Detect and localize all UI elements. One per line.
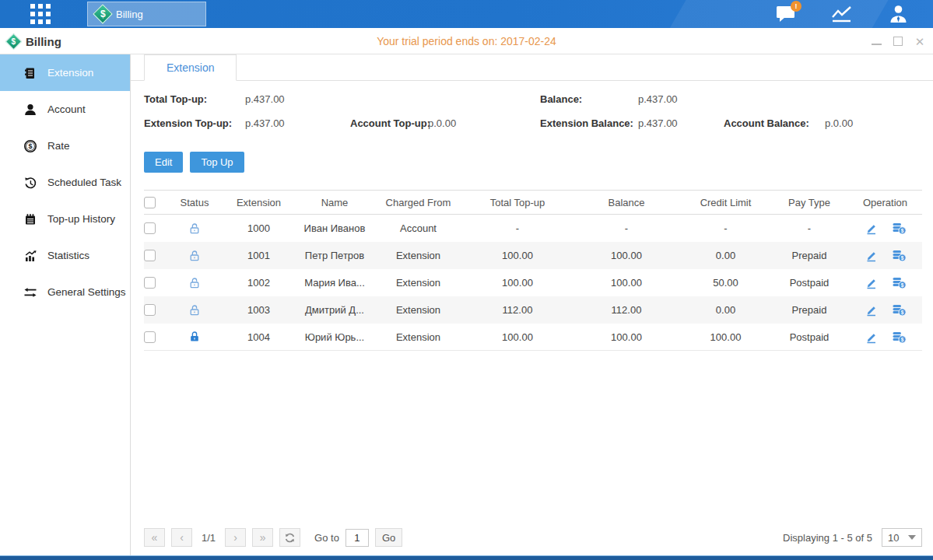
cell-credit-limit: -	[681, 222, 770, 234]
sidebar-item-extension[interactable]: Extension	[0, 54, 130, 91]
pagination-bar: « ‹ 1/1 › » Go to Go Displayi	[144, 527, 922, 548]
extension-icon	[23, 66, 37, 80]
cell-name: Юрий Юрь...	[296, 331, 374, 343]
performance-icon	[830, 5, 854, 24]
column-header-name: Name	[296, 197, 374, 208]
performance-button[interactable]	[829, 2, 855, 26]
cell-total-topup: 100.00	[463, 331, 572, 343]
svg-text:$: $	[900, 282, 903, 289]
billing-window-icon: $	[5, 33, 22, 49]
edit-row-icon[interactable]	[865, 303, 878, 317]
sidebar-item-topup-history[interactable]: Top-up History	[0, 201, 130, 237]
sidebar-item-account[interactable]: Account	[0, 91, 130, 128]
cell-extension: 1001	[222, 250, 296, 261]
top-up-button[interactable]: Top Up	[190, 152, 244, 173]
column-header-balance: Balance	[572, 197, 681, 208]
cell-credit-limit: 0.00	[681, 250, 770, 261]
next-page-button[interactable]: ›	[225, 528, 246, 547]
top-up-row-icon[interactable]: $	[892, 249, 907, 262]
close-button[interactable]: ✕	[914, 36, 925, 47]
edit-row-icon[interactable]	[865, 331, 878, 344]
edit-button[interactable]: Edit	[144, 152, 183, 173]
window-header: $ Billing Your trial period ends on: 201…	[0, 28, 933, 54]
top-up-row-icon[interactable]: $	[892, 331, 907, 344]
sidebar-item-general-settings[interactable]: General Settings	[0, 274, 130, 310]
cell-charged-from: Extension	[374, 277, 463, 289]
table-row: 1000 Иван Иванов Account - - - - $	[144, 215, 922, 242]
table-body: 1000 Иван Иванов Account - - - - $	[144, 215, 922, 351]
cell-balance: 100.00	[572, 250, 681, 261]
account-icon	[23, 103, 37, 117]
main-content: Extension Total Top-up: p.437.00 Balance…	[131, 54, 933, 555]
cell-balance: 112.00	[572, 304, 681, 316]
row-checkbox[interactable]	[144, 277, 156, 289]
sidebar-item-scheduled-task[interactable]: Scheduled Task	[0, 164, 130, 201]
table-row: 1004 Юрий Юрь... Extension 100.00 100.00…	[144, 324, 922, 351]
tab-extension[interactable]: Extension	[144, 54, 237, 81]
cell-pay-type: Prepaid	[770, 304, 848, 316]
sidebar-item-statistics[interactable]: Statistics	[0, 237, 130, 274]
prev-page-button[interactable]: ‹	[171, 528, 192, 547]
sidebar-item-rate[interactable]: $ Rate	[0, 128, 130, 164]
user-button[interactable]	[885, 2, 911, 26]
table-row: 1002 Мария Ива... Extension 100.00 100.0…	[144, 269, 922, 296]
app-grid-button[interactable]	[23, 2, 58, 26]
svg-text:$: $	[900, 255, 903, 261]
edit-row-icon[interactable]	[865, 222, 878, 235]
trial-notice: Your trial period ends on: 2017-02-24	[0, 28, 933, 54]
sidebar-item-label: Top-up History	[47, 213, 115, 225]
goto-page-input[interactable]	[345, 529, 369, 547]
row-checkbox[interactable]	[144, 222, 156, 234]
cell-name: Иван Иванов	[296, 222, 374, 234]
select-all-checkbox[interactable]	[144, 197, 156, 208]
chat-button[interactable]: !	[773, 2, 799, 26]
svg-text:$: $	[900, 336, 903, 342]
total-topup-value: p.437.00	[245, 93, 285, 105]
cell-total-topup: 100.00	[463, 277, 572, 289]
tab-label: Extension	[167, 61, 214, 74]
row-checkbox[interactable]	[144, 331, 156, 343]
maximize-button[interactable]	[893, 36, 903, 47]
pagination-controls: « ‹ 1/1 › » Go to Go	[144, 528, 402, 547]
page-size-select[interactable]: 10	[882, 528, 922, 547]
cell-extension: 1003	[222, 304, 296, 316]
go-button[interactable]: Go	[375, 528, 402, 547]
row-checkbox[interactable]	[144, 250, 156, 261]
cell-name: Мария Ива...	[296, 277, 374, 289]
extension-balance-value: p.437.00	[638, 117, 678, 129]
extension-table: Status Extension Name Charged From Total…	[144, 190, 922, 351]
top-up-row-icon[interactable]: $	[892, 222, 907, 235]
edit-row-icon[interactable]	[865, 276, 878, 289]
column-header-operation: Operation	[848, 197, 922, 208]
minimize-icon	[872, 38, 882, 45]
cell-name: Дмитрий Д...	[296, 304, 374, 316]
top-up-row-icon[interactable]: $	[892, 276, 907, 289]
taskbar-right-icons: !	[773, 0, 911, 28]
lock-status-icon	[188, 304, 201, 317]
sidebar-item-label: Account	[47, 103, 86, 115]
extension-topup-value: p.437.00	[245, 117, 285, 129]
edit-row-icon[interactable]	[865, 249, 878, 262]
balance-label: Balance:	[540, 93, 582, 105]
page-indicator: 1/1	[198, 532, 219, 544]
goto-label: Go to	[314, 532, 339, 544]
first-page-button[interactable]: «	[144, 528, 165, 547]
cell-balance: -	[572, 222, 681, 234]
lock-status-icon	[188, 250, 201, 262]
summary-panel: Total Top-up: p.437.00 Balance: p.437.00…	[131, 81, 933, 151]
row-checkbox[interactable]	[144, 304, 156, 316]
column-header-status: Status	[167, 197, 222, 208]
cell-total-topup: 112.00	[463, 304, 572, 316]
top-up-row-icon[interactable]: $	[892, 303, 907, 317]
statistics-icon	[23, 249, 37, 263]
balance-value: p.437.00	[638, 93, 678, 105]
refresh-button[interactable]	[279, 528, 300, 547]
rate-icon: $	[23, 139, 37, 153]
minimize-button[interactable]	[871, 36, 882, 47]
taskbar-app-tab-billing[interactable]: $ Billing	[87, 2, 206, 26]
column-header-total-topup: Total Top-up	[463, 197, 572, 208]
cell-credit-limit: 50.00	[681, 277, 770, 289]
last-page-button[interactable]: »	[252, 528, 273, 547]
refresh-icon	[284, 532, 296, 544]
scheduled-task-icon	[23, 176, 37, 190]
